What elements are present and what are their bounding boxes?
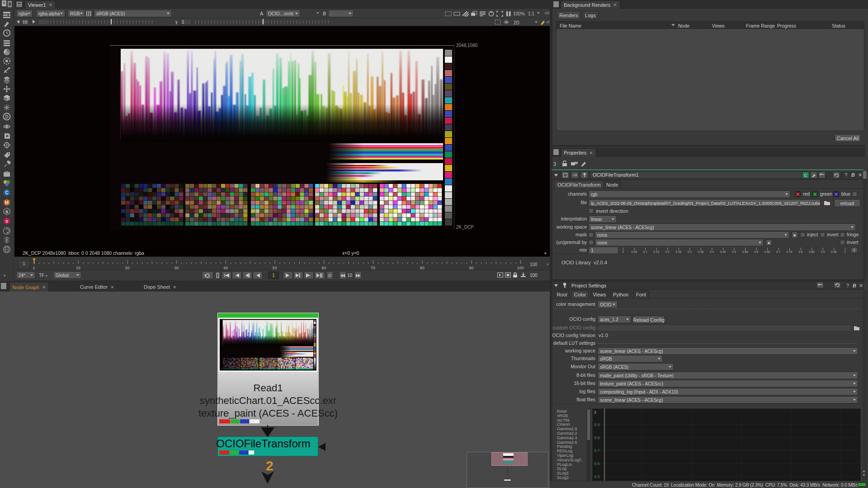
svg-text:S: S xyxy=(5,219,8,224)
svg-text:0.25: 0.25 xyxy=(675,250,681,253)
svg-text:0.5: 0.5 xyxy=(594,474,600,479)
svg-text:1: 1 xyxy=(844,250,846,253)
svg-text:100: 100 xyxy=(517,266,524,270)
svg-text:0.8: 0.8 xyxy=(798,250,802,253)
svg-text:1: 1 xyxy=(33,266,35,270)
svg-text:10: 10 xyxy=(76,266,80,270)
svg-text:0.7: 0.7 xyxy=(776,250,780,253)
svg-text:90: 90 xyxy=(469,266,473,270)
svg-text:50: 50 xyxy=(273,266,277,270)
svg-text:0.8: 0.8 xyxy=(594,436,600,440)
svg-text:70: 70 xyxy=(371,266,375,270)
svg-text:M: M xyxy=(5,200,9,205)
svg-text:40: 40 xyxy=(223,266,228,270)
svg-text:20: 20 xyxy=(125,266,129,270)
svg-text:0.85: 0.85 xyxy=(809,250,815,253)
svg-text:0: 0 xyxy=(622,250,624,253)
svg-text:0.1: 0.1 xyxy=(643,250,647,253)
svg-text:0.4: 0.4 xyxy=(710,250,714,253)
svg-text:0.95: 0.95 xyxy=(831,250,837,253)
svg-text:0.7: 0.7 xyxy=(594,448,600,453)
svg-text:0.9: 0.9 xyxy=(821,250,825,253)
svg-text:0.6: 0.6 xyxy=(754,250,758,253)
svg-text:0.35: 0.35 xyxy=(698,250,703,253)
svg-text:0.5: 0.5 xyxy=(732,250,736,253)
svg-text:0.6: 0.6 xyxy=(594,461,600,466)
svg-text:0.05: 0.05 xyxy=(631,250,637,253)
svg-text:30: 30 xyxy=(174,266,179,270)
svg-text:80: 80 xyxy=(420,266,425,270)
svg-text:0.2: 0.2 xyxy=(665,250,670,253)
svg-text:D: D xyxy=(5,114,8,119)
svg-text:C: C xyxy=(5,190,8,195)
svg-text:0.65: 0.65 xyxy=(764,250,770,253)
svg-text:0.45: 0.45 xyxy=(720,250,726,253)
svg-text:0.75: 0.75 xyxy=(787,250,793,253)
svg-text:60: 60 xyxy=(321,266,326,270)
svg-text:S: S xyxy=(5,210,8,214)
svg-text:0.15: 0.15 xyxy=(653,250,659,253)
svg-text:1: 1 xyxy=(594,410,596,414)
svg-text:0.3: 0.3 xyxy=(688,250,692,253)
svg-text:0.9: 0.9 xyxy=(594,422,600,427)
svg-text:0.55: 0.55 xyxy=(742,250,748,253)
